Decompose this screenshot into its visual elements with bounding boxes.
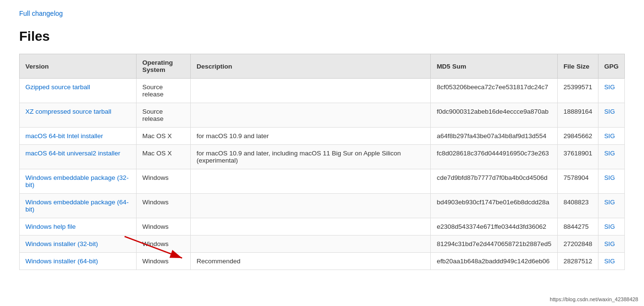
cell-gpg: SIG <box>598 194 624 218</box>
col-header-filesize: File Size <box>557 54 598 79</box>
cell-description: Recommended <box>191 253 431 270</box>
cell-description <box>191 79 431 103</box>
files-table: Version OperatingSystem Description MD5 … <box>19 54 625 270</box>
cell-os: Windows <box>137 169 191 194</box>
table-row: XZ compressed source tarballSource relea… <box>20 103 625 128</box>
table-header: Version OperatingSystem Description MD5 … <box>20 54 625 79</box>
table-row: Windows embeddable package (64-bit)Windo… <box>20 194 625 218</box>
cell-description: for macOS 10.9 and later, including macO… <box>191 145 431 169</box>
cell-version: Windows installer (64-bit) <box>20 253 137 270</box>
table-row: Gzipped source tarballSource release8cf0… <box>20 79 625 103</box>
sig-link[interactable]: SIG <box>604 83 615 91</box>
cell-filesize: 37618901 <box>557 145 598 169</box>
cell-version: macOS 64-bit Intel installer <box>20 128 137 145</box>
cell-filesize: 18889164 <box>557 103 598 128</box>
col-header-gpg: GPG <box>598 54 624 79</box>
cell-version: XZ compressed source tarball <box>20 103 137 128</box>
table-row: macOS 64-bit Intel installerMac OS Xfor … <box>20 128 625 145</box>
cell-gpg: SIG <box>598 145 624 169</box>
page-title: Files <box>19 29 625 44</box>
table-body: Gzipped source tarballSource release8cf0… <box>20 79 625 270</box>
cell-filesize: 29845662 <box>557 128 598 145</box>
col-header-description: Description <box>191 54 431 79</box>
cell-md5: 81294c31bd7e2d4470658721b2887ed5 <box>431 235 558 253</box>
table-row: Windows installer (32-bit)Windows81294c3… <box>20 235 625 253</box>
cell-gpg: SIG <box>598 169 624 194</box>
cell-gpg: SIG <box>598 103 624 128</box>
sig-link[interactable]: SIG <box>604 174 615 181</box>
cell-gpg: SIG <box>598 218 624 235</box>
cell-os: Mac OS X <box>137 128 191 145</box>
cell-md5: fc8d028618c376d0444916950c73e263 <box>431 145 558 169</box>
cell-filesize: 8844275 <box>557 218 598 235</box>
cell-version: Windows installer (32-bit) <box>20 235 137 253</box>
table-row: Windows embeddable package (32-bit)Windo… <box>20 169 625 194</box>
col-header-version: Version <box>20 54 137 79</box>
sig-link[interactable]: SIG <box>604 258 615 265</box>
cell-md5: f0dc9000312abeb16de4eccce9a870ab <box>431 103 558 128</box>
version-link[interactable]: Windows installer (64-bit) <box>25 258 98 265</box>
cell-os: Windows <box>137 218 191 235</box>
sig-link[interactable]: SIG <box>604 150 615 157</box>
sig-link[interactable]: SIG <box>604 199 615 206</box>
col-header-os: OperatingSystem <box>137 54 191 79</box>
files-table-wrapper: Version OperatingSystem Description MD5 … <box>19 54 625 270</box>
cell-description: for macOS 10.9 and later <box>191 128 431 145</box>
cell-version: Gzipped source tarball <box>20 79 137 103</box>
cell-version: Windows embeddable package (64-bit) <box>20 194 137 218</box>
col-header-md5: MD5 Sum <box>431 54 558 79</box>
cell-os: Windows <box>137 194 191 218</box>
sig-link[interactable]: SIG <box>604 223 615 230</box>
sig-link[interactable]: SIG <box>604 108 615 115</box>
cell-os: Windows <box>137 253 191 270</box>
sig-link[interactable]: SIG <box>604 132 615 140</box>
cell-version: macOS 64-bit universal2 installer <box>20 145 137 169</box>
version-link[interactable]: Windows embeddable package (32-bit) <box>25 174 128 188</box>
sig-link[interactable]: SIG <box>604 240 615 247</box>
cell-description <box>191 169 431 194</box>
cell-gpg: SIG <box>598 79 624 103</box>
version-link[interactable]: Windows installer (32-bit) <box>25 240 98 247</box>
cell-filesize: 27202848 <box>557 235 598 253</box>
version-link[interactable]: macOS 64-bit universal2 installer <box>25 150 120 157</box>
cell-md5: cde7d9bfd87b7777d7f0ba4b0cd4506d <box>431 169 558 194</box>
cell-md5: 8cf053206beeca72c7ee531817dc24c7 <box>431 79 558 103</box>
cell-version: Windows help file <box>20 218 137 235</box>
cell-gpg: SIG <box>598 128 624 145</box>
cell-filesize: 7578904 <box>557 169 598 194</box>
cell-description <box>191 235 431 253</box>
table-row: Windows installer (64-bit)WindowsRecomme… <box>20 253 625 270</box>
version-link[interactable]: Windows embeddable package (64-bit) <box>25 199 128 213</box>
cell-filesize: 28287512 <box>557 253 598 270</box>
cell-gpg: SIG <box>598 253 624 270</box>
version-link[interactable]: macOS 64-bit Intel installer <box>25 132 103 140</box>
cell-filesize: 25399571 <box>557 79 598 103</box>
cell-md5: e2308d543374e671ffe0344d3fd36062 <box>431 218 558 235</box>
version-link[interactable]: Gzipped source tarball <box>25 83 90 91</box>
cell-version: Windows embeddable package (32-bit) <box>20 169 137 194</box>
cell-os: Source release <box>137 103 191 128</box>
cell-md5: a64f8b297fa43be07a34b8af9d13d554 <box>431 128 558 145</box>
table-row: macOS 64-bit universal2 installerMac OS … <box>20 145 625 169</box>
version-link[interactable]: XZ compressed source tarball <box>25 108 111 115</box>
cell-os: Windows <box>137 235 191 253</box>
cell-filesize: 8408823 <box>557 194 598 218</box>
cell-os: Source release <box>137 79 191 103</box>
cell-description <box>191 218 431 235</box>
version-link[interactable]: Windows help file <box>25 223 76 230</box>
table-row: Windows help fileWindowse2308d543374e671… <box>20 218 625 235</box>
cell-description <box>191 194 431 218</box>
cell-os: Mac OS X <box>137 145 191 169</box>
cell-md5: bd4903eb930cf1747be01e6b8dcdd28a <box>431 194 558 218</box>
cell-gpg: SIG <box>598 235 624 253</box>
cell-md5: efb20aa1b648a2baddd949c142d6eb06 <box>431 253 558 270</box>
full-changelog-link[interactable]: Full changelog <box>19 10 625 17</box>
cell-description <box>191 103 431 128</box>
